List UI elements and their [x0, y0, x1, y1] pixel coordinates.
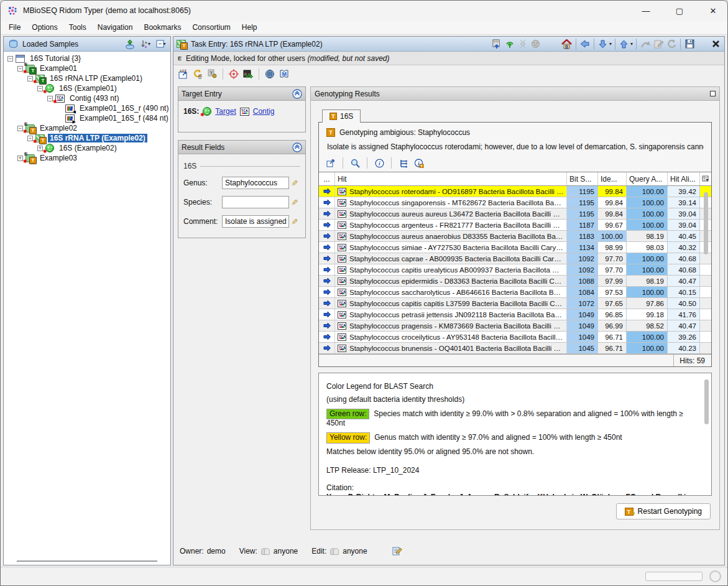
menu-bookmarks[interactable]: Bookmarks	[138, 21, 187, 34]
back-arrow-icon[interactable]	[579, 39, 591, 49]
column-hit[interactable]: Hit	[335, 172, 567, 185]
menu-tools[interactable]: Tools	[63, 21, 92, 34]
goto-hit-icon[interactable]	[319, 343, 335, 353]
tree-item-6[interactable]: Example01_16S_f (484 nt)	[4, 113, 170, 123]
antenna-upload-icon[interactable]	[504, 39, 515, 49]
hit-row-8[interactable]: Staphylococcus epidermidis - D83363 Bact…	[319, 276, 711, 287]
close-task-icon[interactable]	[710, 39, 721, 49]
collapse-result-fields-icon[interactable]	[292, 142, 302, 152]
export-sequence-icon[interactable]: AGT	[178, 68, 189, 79]
tree-item-7[interactable]: −✱Example02	[4, 123, 170, 133]
hit-row-0[interactable]: Staphylococcus roterodami - OD916897 Bac…	[319, 186, 711, 197]
goto-hit-icon[interactable]	[319, 264, 335, 275]
maximize-button[interactable]: ▢	[665, 1, 694, 21]
collapse-icon[interactable]: −	[27, 76, 33, 81]
hit-row-11[interactable]: Staphylococcus petrasii jettensis JN0921…	[319, 309, 711, 320]
goto-hit-icon[interactable]	[319, 287, 335, 297]
goto-hit-icon[interactable]	[319, 276, 335, 286]
task-settings-icon[interactable]: T	[206, 68, 218, 79]
hit-row-1[interactable]: Staphylococcus singaporensis - MT628672 …	[319, 197, 711, 208]
column-identity[interactable]: Ide...	[598, 172, 627, 185]
add-trace-icon[interactable]	[242, 68, 254, 79]
hit-row-5[interactable]: Staphylococcus simiae - AY727530 Bacteri…	[319, 242, 711, 253]
up-arrow-caret[interactable]: ▾	[630, 41, 633, 47]
sort-icon[interactable]: az ▾	[139, 39, 152, 50]
hit-row-6[interactable]: Staphylococcus caprae - AB009935 Bacteri…	[319, 253, 711, 264]
column-hit-aligned[interactable]: Hit Ali...	[668, 172, 700, 185]
minimize-button[interactable]: —	[632, 1, 660, 21]
tree-item-2[interactable]: −✱16S rRNA LTP (Example01)	[4, 73, 170, 83]
collapse-icon[interactable]: −	[47, 96, 53, 101]
expand-icon[interactable]: +	[37, 146, 43, 151]
save-icon[interactable]	[684, 39, 695, 49]
up-arrow-icon[interactable]	[619, 39, 630, 49]
m-catalog-icon[interactable]: M	[279, 68, 290, 79]
menu-help[interactable]: Help	[236, 21, 263, 34]
import-samples-icon[interactable]	[124, 39, 136, 50]
goto-hit-icon[interactable]	[319, 242, 335, 253]
tree-view-icon[interactable]	[398, 158, 409, 169]
hit-row-9[interactable]: Staphylococcus saccharolyticus - AB64661…	[319, 287, 711, 298]
edit-species-icon[interactable]: ✎	[289, 198, 300, 207]
menu-navigation[interactable]: Navigation	[92, 21, 139, 34]
maximize-results-icon[interactable]	[710, 91, 716, 96]
down-arrow-caret[interactable]: ▾	[609, 41, 612, 47]
legend-vertical-scrollbar[interactable]	[704, 379, 709, 424]
tree-item-4[interactable]: −✱Contig (493 nt)	[4, 93, 170, 103]
hit-row-10[interactable]: Staphylococcus capitis capitis L37599 Ba…	[319, 298, 711, 309]
collapse-all-icon[interactable]: ▾	[155, 39, 167, 50]
expand-icon[interactable]: +	[17, 156, 23, 161]
tree-item-10[interactable]: +✱Example03	[4, 153, 170, 163]
menu-consortium[interactable]: Consortium	[187, 21, 236, 34]
goto-hit-icon[interactable]	[319, 186, 335, 197]
goto-hit-icon[interactable]	[319, 332, 335, 342]
goto-hit-icon[interactable]	[319, 231, 335, 241]
close-button[interactable]: ✕	[699, 1, 727, 21]
edit-comment-icon[interactable]: ✎	[289, 217, 300, 226]
column-bit-score[interactable]: Bit S...	[567, 172, 598, 185]
column-settings-icon[interactable]	[700, 172, 711, 185]
hit-row-4[interactable]: Staphylococcus aureus anaerobius D83355 …	[319, 231, 711, 242]
info-icon[interactable]: i	[374, 158, 385, 169]
menu-options[interactable]: Options	[26, 21, 63, 34]
globe-icon[interactable]	[264, 68, 275, 79]
hit-row-14[interactable]: Staphylococcus brunensis - OQ401401 Bact…	[319, 343, 711, 354]
home-icon[interactable]	[561, 39, 573, 49]
tree-item-1[interactable]: −✱Example01	[4, 63, 170, 73]
tree-item-8[interactable]: −✱16S rRNA LTP (Example02)	[4, 133, 170, 143]
genus-field[interactable]: Staphylococcus	[222, 177, 289, 189]
info-target-icon[interactable]: iT	[413, 158, 425, 169]
collapse-icon[interactable]: −	[17, 66, 23, 72]
goto-hit-icon[interactable]	[319, 197, 335, 208]
hit-row-3[interactable]: Staphylococcus argenteus - FR821777 Bact…	[319, 220, 711, 231]
column-query-aligned[interactable]: Query A...	[627, 172, 668, 185]
tab-16s[interactable]: T 16S	[322, 109, 361, 123]
edit-permissions-icon[interactable]	[392, 546, 403, 556]
menu-file[interactable]: File	[3, 21, 26, 34]
tree-item-3[interactable]: −✱16S (Example01)	[4, 83, 170, 93]
contig-link[interactable]: Contig	[253, 107, 275, 116]
restart-genotyping-button[interactable]: T Restart Genotyping	[616, 503, 711, 519]
hit-row-13[interactable]: Staphylococcus croceilyticus - AY953148 …	[319, 332, 711, 343]
collapse-icon[interactable]: −	[27, 136, 33, 141]
goto-hit-icon[interactable]	[319, 208, 335, 219]
hit-row-12[interactable]: Staphylococcus pragensis - KM873669 Bact…	[319, 320, 711, 332]
target-link[interactable]: Target	[215, 107, 236, 116]
column-ellipsis[interactable]: ...	[319, 172, 335, 185]
comment-field[interactable]: Isolate is assigned S	[222, 215, 289, 228]
edit-genus-icon[interactable]: ✎	[289, 179, 300, 188]
tree-item-0[interactable]: −16S Tutorial {3}	[4, 53, 170, 63]
table-vertical-scrollbar[interactable]	[704, 192, 708, 254]
goto-hit-icon[interactable]	[319, 298, 335, 309]
tree-horizontal-scrollbar[interactable]	[4, 557, 170, 565]
collapse-target-entry-icon[interactable]	[292, 89, 302, 99]
goto-hit-icon[interactable]	[319, 253, 335, 264]
hit-row-2[interactable]: Staphylococcus aureus aureus L36472 Bact…	[319, 208, 711, 220]
goto-hit-icon[interactable]	[319, 309, 335, 320]
collapse-icon[interactable]: −	[17, 126, 23, 131]
target-icon[interactable]	[228, 68, 239, 79]
species-field[interactable]	[222, 196, 289, 208]
down-arrow-icon[interactable]	[597, 39, 609, 49]
tree-item-9[interactable]: +✱16S (Example02)	[4, 143, 170, 153]
goto-hit-icon[interactable]	[319, 220, 335, 230]
